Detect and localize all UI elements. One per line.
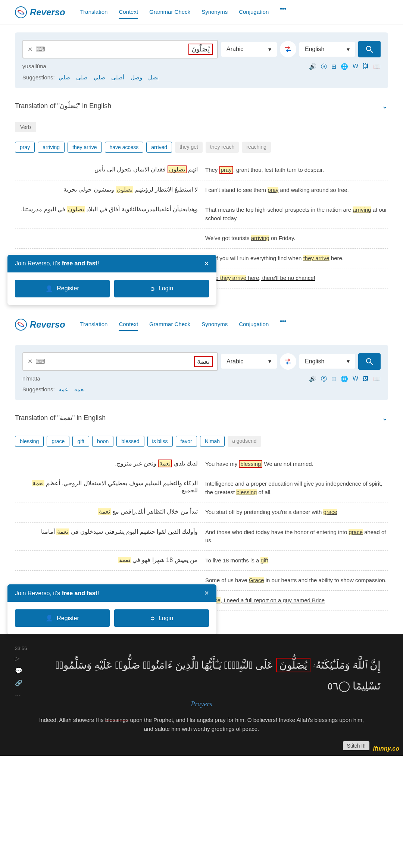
close-icon[interactable]: ✕ bbox=[204, 260, 209, 267]
search-input-wrap[interactable]: ✕ ⌨ يُصَلّونَ bbox=[22, 40, 218, 59]
suggestion-item[interactable]: صلي bbox=[59, 74, 70, 81]
person-icon: 👤 bbox=[46, 285, 53, 292]
example-english: But if you will ruin everything find whe… bbox=[205, 254, 388, 263]
login-icon: ➲ bbox=[150, 615, 155, 622]
translation-tag[interactable]: grace bbox=[47, 436, 69, 447]
lang-from-select[interactable]: Arabic ▾ bbox=[221, 42, 277, 57]
lang-to-select[interactable]: English ▾ bbox=[299, 354, 355, 369]
nav-synonyms[interactable]: Synonyms bbox=[202, 6, 228, 19]
translation-tag[interactable]: arrived bbox=[146, 142, 172, 153]
nav-conjugation[interactable]: Conjugation bbox=[239, 318, 269, 331]
svg-point-2 bbox=[366, 359, 371, 363]
suggestions-label: Suggestions: bbox=[22, 386, 55, 392]
register-button[interactable]: 👤 Register bbox=[15, 609, 110, 627]
grid-icon[interactable]: ⊞ bbox=[331, 375, 336, 383]
example-english: We've got tourists arriving on Friday. bbox=[205, 234, 388, 243]
audio-icon[interactable]: 🔊 bbox=[309, 375, 316, 383]
translation-tag[interactable]: have access bbox=[105, 142, 144, 153]
translation-tag[interactable]: arriving bbox=[38, 142, 65, 153]
translation-tag[interactable]: favor bbox=[176, 436, 197, 447]
nav-more-icon[interactable]: ••• bbox=[280, 318, 286, 331]
translation-tag[interactable]: blessing bbox=[15, 436, 44, 447]
search-input[interactable] bbox=[48, 358, 194, 365]
s-icon[interactable]: Ⓢ bbox=[321, 375, 327, 383]
search-button[interactable] bbox=[358, 41, 381, 57]
chevron-down-icon: ▾ bbox=[268, 358, 271, 365]
register-button[interactable]: 👤 Register bbox=[15, 280, 110, 297]
example-english: To live 18 months is a gift. bbox=[205, 556, 388, 565]
search-term-highlight: يُصَلّونَ bbox=[188, 44, 213, 55]
keyboard-icon[interactable]: ⌨ bbox=[35, 357, 45, 366]
annotation-note: Prayers bbox=[15, 700, 388, 708]
translation-title: Translation of "نعمة" in English bbox=[15, 414, 106, 422]
swap-languages-button[interactable] bbox=[280, 41, 296, 57]
example-arabic: من يعيش 18 شهرا فهو في نعمة bbox=[15, 556, 198, 565]
expand-icon[interactable]: ⌄ bbox=[382, 101, 388, 110]
lang-from-select[interactable]: Arabic ▾ bbox=[221, 354, 277, 369]
translation-tag-muted[interactable]: a godsend bbox=[228, 436, 261, 447]
nav-more-icon[interactable]: ••• bbox=[280, 6, 286, 19]
swap-languages-button[interactable] bbox=[280, 353, 296, 370]
search-input[interactable] bbox=[48, 46, 188, 53]
suggestion-item[interactable]: يعمه bbox=[74, 386, 85, 392]
nav-context[interactable]: Context bbox=[119, 6, 138, 19]
audio-icon[interactable]: 🔊 bbox=[309, 63, 316, 71]
book-icon[interactable]: 📖 bbox=[373, 375, 381, 383]
translation-tag[interactable]: is bliss bbox=[147, 436, 173, 447]
translation-tag-muted[interactable]: they reach bbox=[206, 142, 239, 153]
login-button[interactable]: ➲ Login bbox=[114, 609, 209, 627]
translation-tag[interactable]: they arrive bbox=[68, 142, 101, 153]
search-input-wrap[interactable]: ✕ ⌨ نعمة bbox=[22, 352, 218, 371]
nav-grammar[interactable]: Grammar Check bbox=[149, 6, 190, 19]
lang-to-select[interactable]: English ▾ bbox=[299, 42, 355, 57]
nav-conjugation[interactable]: Conjugation bbox=[239, 6, 269, 19]
suggestion-item[interactable]: صلي bbox=[94, 74, 105, 81]
suggestion-item[interactable]: عمه bbox=[59, 386, 68, 392]
translation-tag[interactable]: pray bbox=[15, 142, 35, 153]
pos-tag: Verb bbox=[15, 122, 36, 132]
translation-tag[interactable]: blessed bbox=[116, 436, 144, 447]
more-icon[interactable]: ⋯ bbox=[15, 692, 22, 699]
keyboard-icon[interactable]: ⌨ bbox=[35, 45, 45, 53]
search-button[interactable] bbox=[358, 353, 381, 370]
translation-tag[interactable]: boon bbox=[92, 436, 113, 447]
logo[interactable]: Reverso bbox=[15, 319, 65, 331]
suggestion-item[interactable]: صلى bbox=[76, 74, 88, 81]
book-icon[interactable]: 📖 bbox=[373, 63, 381, 71]
globe-icon[interactable]: 🌐 bbox=[341, 63, 348, 71]
s-icon[interactable]: Ⓢ bbox=[321, 63, 327, 71]
example-english: And those who died today have the honor … bbox=[205, 528, 388, 545]
nav-context[interactable]: Context bbox=[119, 318, 138, 331]
clear-icon[interactable]: ✕ bbox=[28, 46, 32, 53]
image-icon[interactable]: 🖼 bbox=[363, 375, 369, 383]
translation-tag-muted[interactable]: they get bbox=[175, 142, 203, 153]
logo-icon bbox=[15, 6, 27, 18]
translation-tag[interactable]: gift bbox=[72, 436, 89, 447]
close-icon[interactable]: ✕ bbox=[204, 590, 209, 597]
nav-translation[interactable]: Translation bbox=[80, 6, 108, 19]
nav-synonyms[interactable]: Synonyms bbox=[202, 318, 228, 331]
link-icon[interactable]: 🔗 bbox=[15, 679, 22, 686]
example-row: وهذايعنيأن أعلفيالمدرسةالثانوية آفاق في … bbox=[15, 200, 388, 228]
grid-icon[interactable]: ⊞ bbox=[331, 63, 336, 71]
example-row: تبدأ من خلال التظاهر أنك.راقص مع نعمةYou… bbox=[15, 502, 388, 523]
expand-icon[interactable]: ⌄ bbox=[382, 413, 388, 422]
suggestion-item[interactable]: يصل bbox=[148, 74, 159, 81]
nav-translation[interactable]: Translation bbox=[80, 318, 108, 331]
logo[interactable]: Reverso bbox=[15, 6, 65, 18]
example-row: لديك بلدي نعمة ونحن غير متزوج.You have m… bbox=[15, 454, 388, 474]
w-icon[interactable]: W bbox=[353, 63, 358, 71]
login-button[interactable]: ➲ Login bbox=[114, 280, 209, 297]
nav-grammar[interactable]: Grammar Check bbox=[149, 318, 190, 331]
globe-icon[interactable]: 🌐 bbox=[341, 375, 348, 383]
w-icon[interactable]: W bbox=[353, 375, 358, 383]
play-icon[interactable]: ▷ bbox=[15, 655, 22, 662]
logo-text: Reverso bbox=[30, 7, 65, 18]
translation-tag[interactable]: Nimah bbox=[200, 436, 225, 447]
clear-icon[interactable]: ✕ bbox=[28, 358, 32, 365]
image-icon[interactable]: 🖼 bbox=[363, 63, 369, 71]
suggestion-item[interactable]: أصلى bbox=[111, 74, 124, 81]
suggestion-item[interactable]: وصل bbox=[131, 74, 142, 81]
translation-tag-muted[interactable]: reaching bbox=[242, 142, 271, 153]
comment-icon[interactable]: 💬 bbox=[15, 667, 22, 674]
